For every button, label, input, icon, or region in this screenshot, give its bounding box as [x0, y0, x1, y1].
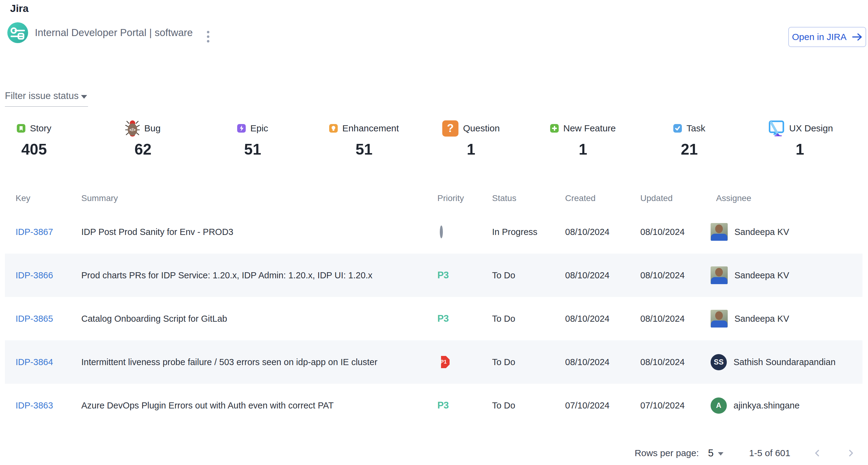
issue-key-link[interactable]: IDP-3865 — [16, 314, 53, 324]
issue-updated: 07/10/2024 — [640, 401, 716, 410]
avatar — [711, 310, 728, 328]
table-header-row: Key Summary Priority Status Created Upda… — [5, 186, 863, 210]
counter-label: Question — [463, 123, 500, 134]
issue-created: 08/10/2024 — [565, 314, 640, 324]
issue-summary: Azure DevOps Plugin Errors out with Auth… — [81, 401, 437, 410]
issue-summary: Prod charts PRs for IDP Service: 1.20.x,… — [81, 270, 437, 280]
table-row[interactable]: IDP-3866 Prod charts PRs for IDP Service… — [5, 254, 863, 297]
counter-value: 51 — [355, 141, 373, 158]
counter-label: Bug — [144, 123, 160, 134]
issue-created: 08/10/2024 — [565, 227, 640, 237]
issue-key-link[interactable]: IDP-3866 — [16, 270, 53, 280]
counter-epic: Epic 51 — [237, 119, 268, 158]
table-row[interactable]: IDP-3864 Intermittent liveness probe fai… — [5, 340, 863, 384]
issue-updated: 08/10/2024 — [640, 270, 716, 280]
counter-value: 51 — [244, 141, 261, 158]
rows-per-page-label: Rows per page: — [634, 448, 699, 458]
enhancement-icon — [329, 124, 338, 133]
avatar: A — [711, 397, 727, 414]
assignee-name: ajinkya.shingane — [734, 401, 800, 410]
issue-updated: 08/10/2024 — [640, 357, 716, 367]
priority-p3-icon: P3 — [437, 270, 449, 280]
bug-icon: </> — [125, 120, 140, 137]
assignee-name: Sandeepa KV — [735, 314, 789, 324]
issue-summary: IDP Post Prod Sanity for Env - PROD3 — [81, 227, 437, 237]
issue-status: In Progress — [492, 227, 565, 237]
chevron-right-icon — [846, 448, 856, 458]
issue-status: To Do — [492, 314, 565, 324]
counter-label: Enhancement — [342, 123, 399, 134]
question-icon: ? — [442, 120, 459, 137]
counter-value: 21 — [681, 141, 698, 158]
priority-p1-icon: P1 — [437, 356, 450, 368]
pagination-range: 1-5 of 601 — [749, 448, 790, 458]
issue-status: To Do — [492, 401, 565, 410]
issue-updated: 08/10/2024 — [640, 314, 716, 324]
filter-issue-status-select[interactable]: Filter issue status — [5, 91, 88, 107]
assignee-name: Sathish Soundarapandian — [734, 357, 836, 367]
chevron-left-icon — [812, 448, 822, 458]
issue-type-counters: Story 405 </> Bug — [0, 119, 868, 167]
rows-per-page-value: 5 — [708, 447, 714, 459]
new-feature-icon — [550, 124, 559, 133]
column-header-key: Key — [16, 193, 81, 203]
next-page-button[interactable] — [844, 446, 858, 460]
counter-value: 1 — [579, 141, 587, 158]
chevron-down-icon — [718, 452, 723, 456]
issues-table: Key Summary Priority Status Created Upda… — [5, 186, 863, 427]
task-icon — [673, 124, 682, 133]
open-in-jira-button[interactable]: Open in JIRA — [788, 27, 866, 47]
counter-value: 62 — [134, 141, 152, 158]
column-header-priority: Priority — [437, 193, 492, 203]
chevron-down-icon — [81, 95, 87, 99]
pagination-bar: Rows per page: 5 1-5 of 601 — [634, 443, 858, 463]
issue-summary: Catalog Onboarding Script for GitLab — [81, 314, 437, 324]
column-header-assignee: Assignee — [716, 193, 863, 203]
assignee-name: Sandeepa KV — [735, 270, 789, 280]
avatar: SS — [711, 354, 727, 370]
counter-task: Task 21 — [673, 119, 705, 158]
column-header-summary: Summary — [81, 193, 437, 203]
assignee-name: Sandeepa KV — [735, 227, 789, 237]
counter-bug: </> Bug 62 — [125, 119, 160, 158]
table-row[interactable]: IDP-3863 Azure DevOps Plugin Errors out … — [5, 384, 863, 427]
issue-created: 07/10/2024 — [565, 401, 640, 410]
column-header-updated: Updated — [640, 193, 716, 203]
counter-value: 1 — [796, 141, 804, 158]
priority-p3-icon: P3 — [437, 313, 449, 324]
issue-status: To Do — [492, 357, 565, 367]
column-header-status: Status — [492, 193, 565, 203]
avatar — [711, 223, 728, 241]
more-options-icon[interactable] — [207, 31, 209, 42]
counter-value: 405 — [21, 141, 47, 158]
counter-label: Story — [30, 123, 51, 134]
table-row[interactable]: IDP-3867 IDP Post Prod Sanity for Env - … — [5, 210, 863, 254]
issue-key-link[interactable]: IDP-3863 — [16, 401, 53, 410]
open-in-jira-label: Open in JIRA — [792, 32, 846, 42]
story-icon — [17, 124, 25, 133]
ux-design-icon — [767, 120, 784, 136]
backstage-component-logo-icon — [7, 22, 28, 43]
counter-label: Epic — [250, 123, 268, 134]
epic-icon — [237, 124, 246, 133]
priority-none-icon — [440, 226, 443, 238]
entity-header: Internal Developer Portal | software — [7, 22, 209, 43]
page-title: Jira — [10, 2, 29, 14]
issue-updated: 08/10/2024 — [640, 227, 716, 237]
counter-value: 1 — [467, 141, 475, 158]
counter-new-feature: New Feature 1 — [550, 119, 616, 158]
issue-key-link[interactable]: IDP-3864 — [16, 357, 53, 367]
issue-key-link[interactable]: IDP-3867 — [16, 227, 53, 237]
issue-status: To Do — [492, 270, 565, 280]
issue-created: 08/10/2024 — [565, 270, 640, 280]
previous-page-button[interactable] — [810, 446, 824, 460]
table-row[interactable]: IDP-3865 Catalog Onboarding Script for G… — [5, 297, 863, 340]
priority-p3-icon: P3 — [437, 400, 449, 410]
counter-question: ? Question 1 — [442, 119, 500, 158]
avatar — [711, 266, 728, 284]
rows-per-page-select[interactable]: 5 — [708, 447, 723, 459]
issue-created: 08/10/2024 — [565, 357, 640, 367]
counter-label: Task — [686, 123, 705, 134]
counter-label: New Feature — [563, 123, 616, 134]
counter-ux-design: UX Design 1 — [767, 119, 833, 158]
